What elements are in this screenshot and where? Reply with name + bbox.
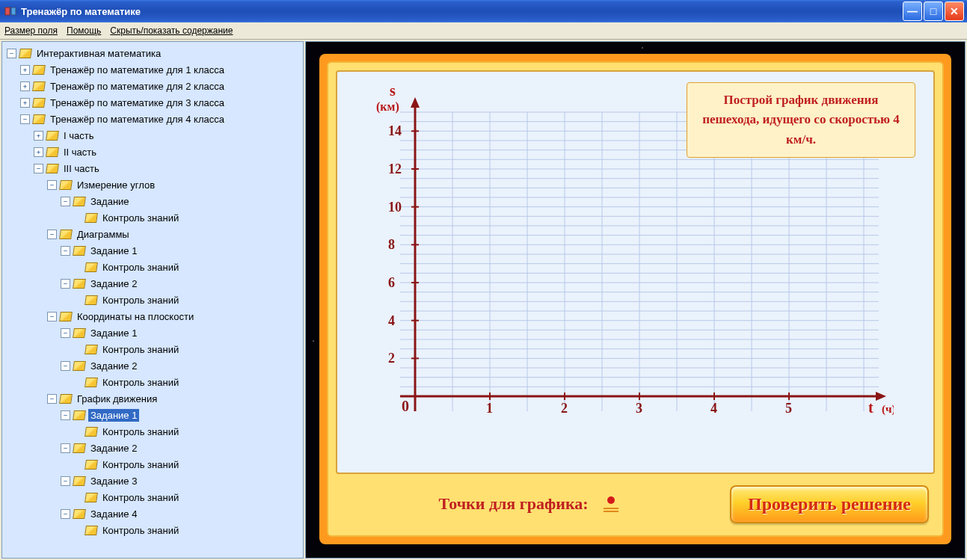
collapse-icon[interactable]: −: [61, 410, 70, 420]
collapse-icon[interactable]: −: [61, 246, 70, 256]
book-icon: [73, 476, 85, 486]
tree-label: Задание 3: [88, 475, 139, 487]
collapse-icon[interactable]: −: [61, 443, 70, 453]
collapse-icon[interactable]: −: [20, 114, 30, 124]
tree-task2[interactable]: −Задание 2: [61, 440, 303, 456]
minimize-button[interactable]: —: [903, 1, 922, 21]
svg-marker-49: [876, 392, 886, 401]
expand-icon[interactable]: +: [34, 131, 43, 141]
book-icon: [60, 230, 72, 239]
tree-check[interactable]: Контроль знаний: [74, 522, 303, 538]
check-solution-button[interactable]: Проверить решение: [730, 485, 929, 523]
titlebar: Тренажёр по математике — □ ✕: [0, 0, 967, 22]
tree-label: Контроль знаний: [100, 491, 181, 504]
menu-help[interactable]: Помощь: [67, 25, 101, 36]
plot-area[interactable]: 0123452468101214s(км)t(ч) Построй график…: [336, 70, 935, 474]
menu-toggle-toc[interactable]: Скрыть/показать содержание: [110, 25, 233, 36]
expand-icon[interactable]: +: [20, 98, 30, 108]
tree-label: Контроль знаний: [100, 212, 181, 224]
tree-root[interactable]: −Интерактивная математика: [7, 45, 303, 61]
svg-text:(км): (км): [376, 100, 399, 114]
tree-check[interactable]: Контроль знаний: [74, 209, 303, 226]
tree-task2[interactable]: −Задание 2: [61, 357, 303, 374]
book-icon: [85, 526, 97, 535]
tree-check[interactable]: Контроль знаний: [74, 423, 303, 440]
book-icon: [73, 246, 85, 256]
tree-task1[interactable]: −Задание 1: [61, 324, 303, 341]
tree-label: Координаты на плоскости: [75, 310, 196, 323]
tree-label: Контроль знаний: [100, 425, 181, 438]
collapse-icon[interactable]: −: [47, 230, 57, 239]
book-icon: [85, 493, 97, 502]
app-window: Тренажёр по математике — □ ✕ Размер поля…: [0, 0, 967, 560]
svg-text:5: 5: [785, 401, 792, 416]
tree-label: Задание 2: [88, 360, 139, 372]
close-button[interactable]: ✕: [945, 1, 964, 21]
book-icon: [60, 312, 72, 321]
tree-part1[interactable]: +I часть: [34, 127, 303, 144]
collapse-icon[interactable]: −: [61, 476, 70, 486]
menubar: Размер поля Помощь Скрыть/показать содер…: [0, 22, 967, 40]
book-icon: [85, 345, 97, 354]
book-icon: [85, 378, 97, 387]
tree-part3[interactable]: −III часть: [34, 160, 303, 176]
tree-check[interactable]: Контроль знаний: [74, 374, 303, 390]
menu-field-size[interactable]: Размер поля: [4, 25, 58, 36]
tree-check[interactable]: Контроль знаний: [74, 456, 303, 473]
book-icon: [73, 443, 85, 453]
tree-part2[interactable]: +II часть: [34, 144, 303, 160]
book-icon: [85, 427, 97, 437]
tree-check[interactable]: Контроль знаний: [74, 259, 303, 275]
collapse-icon[interactable]: −: [47, 394, 57, 404]
tree-label: Контроль знаний: [100, 261, 181, 274]
tree-task[interactable]: −Задание: [61, 193, 303, 209]
tree-check[interactable]: Контроль знаний: [74, 341, 303, 357]
tree-motion[interactable]: −График движения: [47, 390, 303, 407]
tree-coords[interactable]: −Координаты на плоскости: [47, 308, 303, 324]
tree-grade3[interactable]: +Тренажёр по математике для 3 класса: [20, 94, 303, 111]
point-marker-icon[interactable]: [604, 496, 618, 512]
tree-check[interactable]: Контроль знаний: [74, 292, 303, 308]
content-panel: 0123452468101214s(км)t(ч) Построй график…: [305, 41, 966, 559]
tree-label: Тренажёр по математике для 4 класса: [48, 113, 227, 126]
tree-label: Контроль знаний: [100, 343, 181, 356]
tree-task2[interactable]: −Задание 2: [61, 275, 303, 292]
tree-task3[interactable]: −Задание 3: [61, 473, 303, 489]
collapse-icon[interactable]: −: [61, 509, 70, 519]
tree-label: Задание 2: [88, 442, 139, 455]
tree-grade1[interactable]: +Тренажёр по математике для 1 класса: [20, 61, 303, 78]
tree-label: Задание 1: [88, 409, 139, 422]
tree-task4[interactable]: −Задание 4: [61, 505, 303, 522]
collapse-icon[interactable]: −: [47, 180, 57, 190]
tree-grade2[interactable]: +Тренажёр по математике для 2 класса: [20, 78, 303, 94]
expand-icon[interactable]: +: [34, 147, 43, 157]
tree-label: Тренажёр по математике для 1 класса: [48, 64, 227, 76]
task-instruction: Построй график движения пешехода, идущег…: [687, 82, 915, 158]
tree-check[interactable]: Контроль знаний: [74, 489, 303, 505]
expand-icon[interactable]: +: [20, 65, 30, 75]
collapse-icon[interactable]: −: [61, 361, 70, 371]
collapse-icon[interactable]: −: [61, 328, 70, 338]
tree-angles[interactable]: −Измерение углов: [47, 176, 303, 193]
collapse-icon[interactable]: −: [47, 312, 57, 321]
book-icon: [60, 180, 72, 190]
tree-label: II часть: [61, 146, 99, 159]
book-icon: [60, 394, 72, 404]
svg-text:2: 2: [388, 351, 395, 366]
tree-label: Задание: [88, 195, 132, 208]
collapse-icon[interactable]: −: [7, 49, 16, 58]
tree-diagrams[interactable]: −Диаграммы: [47, 226, 303, 242]
toc-tree[interactable]: −Интерактивная математика +Тренажёр по м…: [2, 42, 303, 558]
collapse-icon[interactable]: −: [61, 279, 70, 289]
collapse-icon[interactable]: −: [61, 197, 70, 206]
collapse-icon[interactable]: −: [34, 164, 43, 173]
tree-task1-selected[interactable]: −Задание 1: [61, 407, 303, 423]
expand-icon[interactable]: +: [20, 81, 30, 91]
book-icon: [73, 328, 85, 338]
book-icon: [33, 65, 45, 75]
tree-task1[interactable]: −Задание 1: [61, 242, 303, 259]
book-icon: [33, 98, 45, 108]
tree-grade4[interactable]: −Тренажёр по математике для 4 класса: [20, 111, 303, 127]
svg-text:14: 14: [388, 123, 402, 138]
maximize-button[interactable]: □: [924, 1, 943, 21]
